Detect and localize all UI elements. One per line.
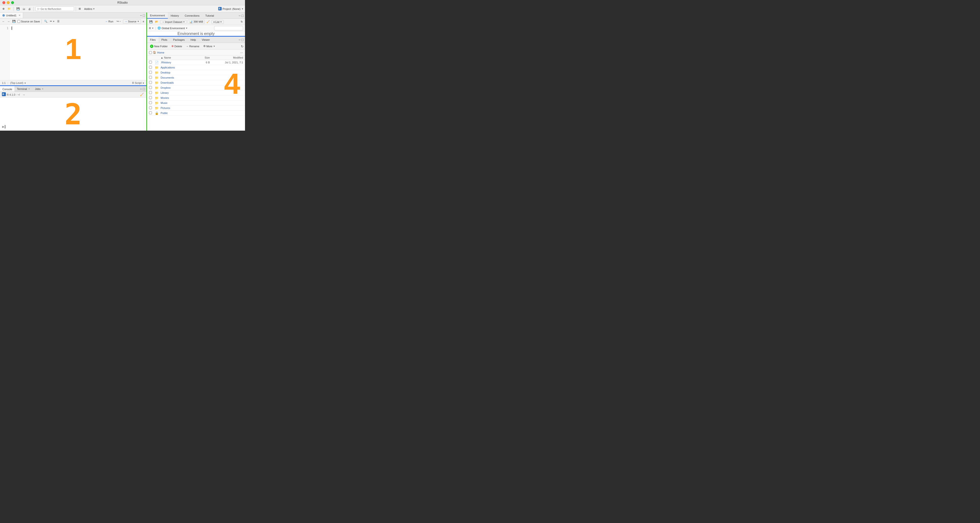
file-name[interactable]: Pictures — [161, 107, 193, 110]
tab-terminal[interactable]: Terminal ✕ — [14, 86, 33, 92]
save-button[interactable]: 💾 — [16, 7, 21, 11]
tab-tutorial[interactable]: Tutorial — [202, 13, 217, 19]
file-checkbox-3[interactable] — [149, 76, 152, 79]
tab-packages[interactable]: Packages — [170, 37, 188, 43]
memory-button[interactable]: 📊 398 MiB — [188, 20, 205, 24]
list-button[interactable]: ≡ List ▼ — [212, 20, 224, 24]
home-label[interactable]: Home — [157, 51, 164, 54]
delete-button[interactable]: ⊗ Delete — [170, 44, 183, 48]
grid-view-button[interactable]: ⊞ — [78, 7, 82, 11]
console-minimize-icon[interactable]: − — [140, 87, 142, 91]
list-item[interactable]: 📁 Music — [147, 100, 245, 106]
print-button[interactable]: 🖨 — [27, 7, 32, 11]
align-button[interactable]: ≡ — [142, 20, 145, 23]
file-checkbox-2[interactable] — [149, 71, 152, 74]
minimize-button[interactable] — [7, 1, 10, 4]
file-checkbox-1[interactable] — [149, 66, 152, 69]
files-select-all-checkbox[interactable] — [149, 51, 152, 54]
editor-content[interactable]: 1 1 — [0, 25, 146, 80]
tab-files[interactable]: Files — [147, 37, 158, 43]
refresh-files-button[interactable]: ↻ — [241, 45, 243, 48]
list-item[interactable]: 📁 Dropbox — [147, 85, 245, 91]
list-item[interactable]: 📁 Library — [147, 91, 245, 95]
env-save-button[interactable]: 💾 — [148, 20, 153, 24]
refresh-env-button[interactable]: ↻ — [240, 20, 243, 24]
editor-minimize-icon[interactable]: − — [140, 14, 142, 17]
file-name[interactable]: Library — [161, 91, 193, 94]
tab-connections[interactable]: Connections — [182, 13, 202, 19]
files-minimize-icon[interactable]: − — [239, 38, 240, 41]
file-name[interactable]: Dropbox — [161, 86, 193, 89]
console-forward-icon[interactable]: → — [22, 93, 26, 96]
code-level[interactable]: (Top Level) ▼ — [10, 81, 26, 84]
tab-plots[interactable]: Plots — [158, 37, 170, 43]
file-checkbox-7[interactable] — [149, 96, 152, 99]
file-checkbox-0[interactable] — [149, 61, 152, 64]
global-environment-button[interactable]: 🌐 Global Environment ▼ — [158, 27, 188, 30]
tab-environment[interactable]: Environment — [147, 13, 168, 19]
new-file-button[interactable]: ⊕ — [2, 7, 6, 11]
new-folder-button[interactable]: + New Folder — [148, 44, 169, 48]
list-item[interactable]: 📁 Movies — [147, 95, 245, 100]
code-tools-button[interactable]: ✏ ▼ — [49, 19, 56, 23]
clear-console-button[interactable]: 🧹 — [139, 92, 145, 97]
close-button[interactable] — [2, 1, 5, 4]
project-button[interactable]: R Project: (None) ▼ — [218, 7, 243, 11]
header-modified[interactable]: Modified — [212, 56, 243, 59]
rename-button[interactable]: → Rename — [185, 45, 201, 48]
more-dots-button[interactable]: ··· — [240, 51, 243, 54]
back-button[interactable]: ← — [2, 20, 6, 23]
file-name[interactable]: Public — [161, 111, 193, 114]
save-all-button[interactable]: 🗂 — [22, 7, 26, 11]
tab-console[interactable]: Console — [0, 86, 14, 92]
file-name[interactable]: Desktop — [161, 71, 193, 74]
file-checkbox-5[interactable] — [149, 86, 152, 89]
file-name[interactable]: Music — [161, 102, 193, 104]
editor-tab-untitled1[interactable]: Untitled1 ✕ — [0, 13, 23, 18]
source-button[interactable]: → Source ▼ — [123, 19, 141, 24]
run-button[interactable]: → Run — [104, 19, 115, 23]
console-maximize-icon[interactable]: □ — [143, 87, 145, 91]
list-item[interactable]: 📁 Applications — [147, 65, 245, 70]
r-dropdown[interactable]: R ▼ — [149, 27, 154, 30]
env-minimize-icon[interactable]: − — [239, 14, 240, 17]
source-on-save-label[interactable]: Source on Save — [18, 20, 40, 23]
list-item[interactable]: 📁 Documents — [147, 75, 245, 80]
forward-button[interactable]: → — [6, 20, 11, 23]
home-icon[interactable]: 🏠 — [153, 51, 156, 54]
source-on-save-checkbox[interactable] — [18, 20, 20, 23]
file-checkbox-10[interactable] — [149, 111, 152, 114]
file-name[interactable]: Applications — [161, 66, 193, 69]
tab-viewer[interactable]: Viewer — [199, 37, 213, 43]
list-item[interactable]: 📁 Desktop — [147, 70, 245, 75]
file-name[interactable]: .Rhistory — [161, 61, 193, 64]
jobs-tab-close[interactable]: ✕ — [42, 88, 44, 90]
compile-button[interactable]: ☰ — [56, 19, 60, 23]
open-file-button[interactable]: 📁 — [6, 7, 12, 11]
save-editor-button[interactable]: 💾 — [11, 19, 16, 23]
env-open-button[interactable]: 📂 — [154, 20, 159, 24]
file-name[interactable]: Documents — [161, 76, 193, 79]
file-checkbox-8[interactable] — [149, 101, 152, 104]
re-run-button[interactable]: ↪→ — [116, 19, 122, 23]
file-checkbox-9[interactable] — [149, 106, 152, 109]
go-to-file-button[interactable]: ▷ Go to file/function — [35, 6, 74, 11]
file-name[interactable]: Movies — [161, 96, 193, 99]
list-item[interactable]: 📁 Downloads — [147, 80, 245, 85]
find-button[interactable]: 🔍 — [43, 19, 48, 23]
header-name[interactable]: ▲ Name — [161, 56, 193, 59]
code-area[interactable] — [10, 25, 146, 80]
editor-maximize-icon[interactable]: □ — [143, 14, 145, 17]
editor-tab-close-icon[interactable]: ✕ — [19, 14, 21, 17]
list-item[interactable]: 📁 Pictures — [147, 106, 245, 111]
script-type[interactable]: R Script ▼ — [132, 81, 145, 84]
terminal-tab-close[interactable]: ✕ — [28, 88, 30, 90]
maximize-button[interactable] — [11, 1, 14, 4]
more-button[interactable]: ⚙ More ▼ — [202, 44, 217, 48]
file-checkbox-4[interactable] — [149, 81, 152, 84]
broom-env-button[interactable]: 🧹 — [206, 20, 210, 24]
addins-button[interactable]: Addins ▼ — [83, 7, 97, 11]
file-name[interactable]: Downloads — [161, 81, 193, 84]
header-size[interactable]: Size — [195, 56, 210, 59]
list-item[interactable]: 🔒 Public — [147, 111, 245, 116]
